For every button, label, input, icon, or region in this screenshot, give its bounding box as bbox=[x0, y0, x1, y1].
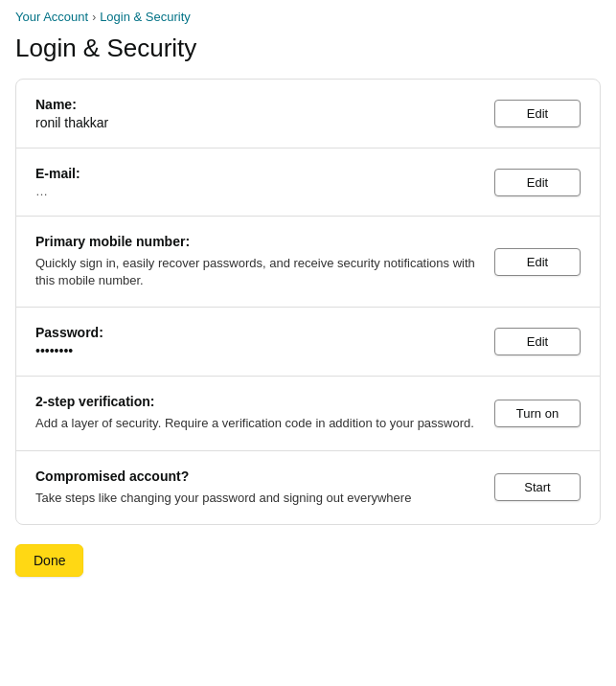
mobile-button[interactable]: Edit bbox=[494, 248, 581, 276]
name-button[interactable]: Edit bbox=[494, 100, 581, 127]
password-button[interactable]: Edit bbox=[494, 328, 581, 355]
row-content-two-step: 2-step verification:Add a layer of secur… bbox=[35, 394, 494, 432]
compromised-button[interactable]: Start bbox=[494, 473, 581, 501]
row-content-compromised: Compromised account?Take steps like chan… bbox=[35, 469, 494, 507]
row-content-password: Password:•••••••• bbox=[35, 325, 494, 358]
card-row-compromised: Compromised account?Take steps like chan… bbox=[16, 451, 600, 524]
breadcrumb: Your Account › Login & Security bbox=[0, 0, 616, 30]
row-content-name: Name:ronil thakkar bbox=[35, 97, 494, 130]
card-row-password: Password:••••••••Edit bbox=[16, 308, 600, 377]
done-button[interactable]: Done bbox=[15, 544, 83, 577]
row-label-compromised: Compromised account? bbox=[35, 469, 475, 484]
row-value-name: ronil thakkar bbox=[35, 115, 475, 130]
row-description-two-step: Add a layer of security. Require a verif… bbox=[35, 415, 475, 432]
row-description-compromised: Take steps like changing your password a… bbox=[35, 490, 475, 507]
breadcrumb-current: Login & Security bbox=[100, 10, 191, 24]
row-label-email: E-mail: bbox=[35, 166, 475, 181]
card-row-email: E-mail:…Edit bbox=[16, 149, 600, 217]
page-title: Login & Security bbox=[0, 30, 616, 79]
row-content-email: E-mail:… bbox=[35, 166, 494, 198]
card-row-name: Name:ronil thakkarEdit bbox=[16, 80, 600, 149]
security-card: Name:ronil thakkarEditE-mail:…EditPrimar… bbox=[15, 79, 601, 525]
row-description-mobile: Quickly sign in, easily recover password… bbox=[35, 255, 475, 289]
row-label-name: Name: bbox=[35, 97, 475, 112]
row-content-mobile: Primary mobile number:Quickly sign in, e… bbox=[35, 234, 494, 289]
two-step-button[interactable]: Turn on bbox=[494, 400, 581, 427]
row-label-two-step: 2-step verification: bbox=[35, 394, 475, 409]
card-row-two-step: 2-step verification:Add a layer of secur… bbox=[16, 377, 600, 450]
row-label-mobile: Primary mobile number: bbox=[35, 234, 475, 249]
row-label-password: Password: bbox=[35, 325, 475, 340]
breadcrumb-account-link[interactable]: Your Account bbox=[15, 10, 88, 24]
row-value-password: •••••••• bbox=[35, 343, 475, 358]
email-button[interactable]: Edit bbox=[494, 169, 581, 196]
card-row-mobile: Primary mobile number:Quickly sign in, e… bbox=[16, 217, 600, 308]
row-value-email: … bbox=[35, 184, 475, 198]
breadcrumb-separator: › bbox=[92, 11, 96, 24]
